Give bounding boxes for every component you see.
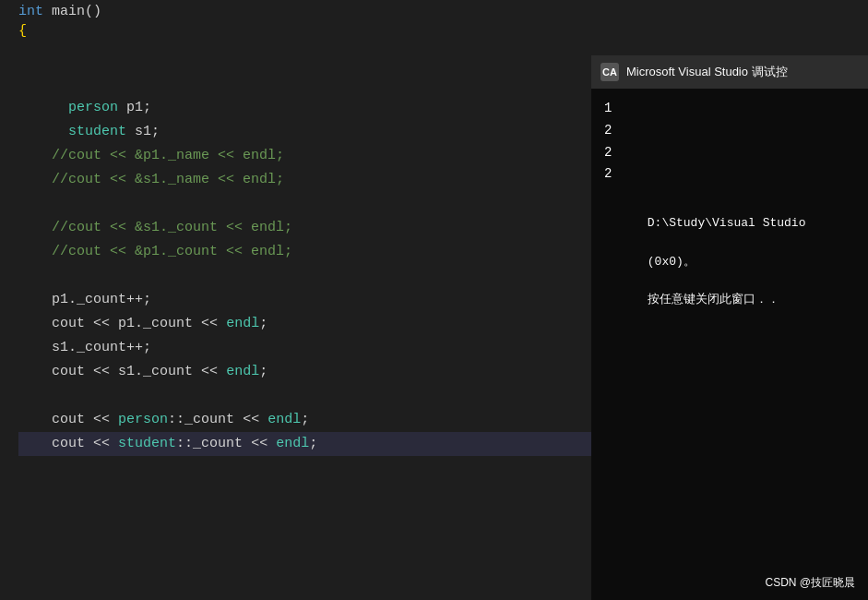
console-panel: CA Microsoft Visual Studio 调试控 1 2 2 2 D… [591, 55, 868, 600]
function-signature-line: int main() [0, 0, 868, 21]
console-footer-text: CSDN @技匠晓晨 [765, 576, 855, 589]
console-titlebar: CA Microsoft Visual Studio 调试控 [591, 55, 868, 89]
console-icon-label: CA [602, 66, 617, 78]
console-path-line2: (0x0)。 [648, 255, 696, 269]
console-icon: CA [600, 63, 619, 81]
console-output-line-4: 2 [604, 163, 855, 186]
console-output-line-2: 2 [604, 120, 855, 142]
console-path-line1: D:\Study\Visual Studio [648, 216, 806, 230]
console-footer: CSDN @技匠晓晨 [591, 570, 868, 600]
console-title: Microsoft Visual Studio 调试控 [626, 64, 788, 80]
console-path-line3: 按任意键关闭此窗口．． [648, 293, 779, 306]
opening-brace: { [0, 21, 868, 41]
console-output-line-1: 1 [604, 98, 855, 120]
console-output-line-3: 2 [604, 142, 855, 164]
console-output-numbers: 1 2 2 2 [604, 98, 855, 186]
console-body: 1 2 2 2 D:\Study\Visual Studio (0x0)。 按任… [591, 89, 868, 570]
console-path: D:\Study\Visual Studio (0x0)。 按任意键关闭此窗口．… [604, 195, 855, 330]
